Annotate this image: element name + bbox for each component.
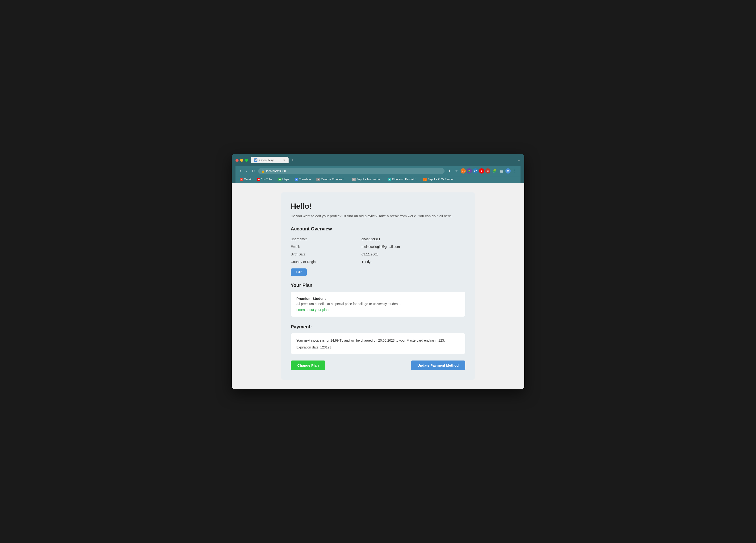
extension-purple-icon[interactable]: 🧩: [467, 168, 472, 173]
sepolia-tx-icon: ◎: [352, 178, 356, 181]
account-row-username: Username: ghost0x9311: [291, 235, 465, 243]
tab-favicon: 👻: [254, 158, 257, 162]
profile-icon[interactable]: M: [505, 168, 511, 173]
close-button[interactable]: [235, 159, 239, 162]
remix-icon: ●: [316, 178, 320, 181]
active-tab[interactable]: 👻 Ghost Pay ×: [251, 157, 289, 163]
main-card: Hello! Do you want to edit your profile?…: [281, 192, 475, 380]
bookmark-translate-label: Translate: [299, 178, 311, 181]
edit-button[interactable]: Edit: [291, 268, 307, 276]
new-tab-button[interactable]: +: [290, 157, 296, 164]
username-value: ghost0x9311: [361, 237, 380, 241]
gmail-icon: M: [240, 178, 243, 181]
translate-icon: T: [295, 178, 298, 181]
account-row-birthdate: Birth Date: 03.11.2001: [291, 250, 465, 258]
back-button[interactable]: ‹: [238, 168, 242, 174]
birthdate-label: Birth Date:: [291, 252, 361, 256]
bookmark-star-icon[interactable]: ☆: [454, 168, 460, 174]
extension-c-icon[interactable]: C: [485, 168, 490, 173]
plan-section: Your Plan Premium Student All premium be…: [291, 283, 465, 317]
maps-icon: ◈: [278, 178, 281, 181]
tab-close-button[interactable]: ×: [283, 158, 285, 162]
bookmark-sepolia-pow-label: Sepolia PoW Faucet: [428, 178, 453, 181]
minimize-button[interactable]: [240, 159, 243, 162]
browser-window: 👻 Ghost Pay × + ⌄ ‹ › ↻ 🔒 localhost:3000…: [232, 154, 524, 389]
update-payment-button[interactable]: Update Payment Method: [411, 361, 465, 370]
account-section-title: Account Overview: [291, 226, 465, 231]
bookmark-remix-label: Remix – Ethereum...: [321, 178, 346, 181]
bookmarks-bar: M Gmail ▶ YouTube ◈ Maps T Translate ● R…: [235, 176, 521, 183]
plan-name: Premium Student: [296, 297, 460, 301]
account-overview-section: Account Overview Username: ghost0x9311 E…: [291, 226, 465, 276]
forward-button[interactable]: ›: [244, 168, 248, 174]
bookmark-gmail-label: Gmail: [244, 178, 251, 181]
refresh-button[interactable]: ↻: [250, 168, 256, 174]
payment-section: Payment: Your next invoice is for 14.99 …: [291, 324, 465, 354]
payment-invoice-text: Your next invoice is for 14.99 TL and wi…: [296, 338, 460, 343]
bookmark-sepolia-tx-label: Sepolia Transactio...: [357, 178, 382, 181]
title-bar-top: 👻 Ghost Pay × + ⌄: [235, 157, 521, 166]
account-row-email: Email: melkecelioglu@gmail.com: [291, 243, 465, 250]
bookmark-youtube[interactable]: ▶ YouTube: [256, 177, 274, 181]
greeting-subtitle: Do you want to edit your profile? Or fin…: [291, 213, 465, 219]
plan-card: Premium Student All premium benefits at …: [291, 292, 465, 317]
country-label: Country or Region:: [291, 260, 361, 264]
email-value: melkecelioglu@gmail.com: [361, 245, 400, 248]
bookmark-youtube-label: YouTube: [261, 178, 272, 181]
more-options-icon[interactable]: ⋮: [512, 168, 518, 174]
payment-expiration-text: Expiration date: 123123: [296, 346, 460, 349]
tab-bar: 👻 Ghost Pay × + ⌄: [251, 157, 521, 164]
bookmark-translate[interactable]: T Translate: [294, 177, 312, 181]
tab-menu-button[interactable]: ⌄: [518, 158, 521, 162]
bookmark-remix[interactable]: ● Remix – Ethereum...: [315, 177, 348, 181]
youtube-icon: ▶: [257, 178, 260, 181]
bookmark-eth-faucet[interactable]: ◈ Ethereum Faucet f...: [386, 177, 419, 181]
nav-icons: ⬆ ☆ 🦊 🧩 27 ▶ C 🧩 ▤ M ⋮: [446, 168, 518, 174]
change-plan-button[interactable]: Change Plan: [291, 361, 325, 370]
bookmark-eth-faucet-label: Ethereum Faucet f...: [392, 178, 418, 181]
nav-bar: ‹ › ↻ 🔒 localhost:3000 ⬆ ☆ 🦊 🧩 27 ▶ C 🧩 …: [235, 166, 521, 176]
payment-card: Your next invoice is for 14.99 TL and wi…: [291, 333, 465, 354]
extensions-puzzle-icon[interactable]: 🧩: [491, 168, 497, 174]
address-bar[interactable]: 🔒 localhost:3000: [258, 168, 445, 174]
plan-section-title: Your Plan: [291, 283, 465, 288]
account-row-country: Country or Region: Türkiye: [291, 258, 465, 265]
window-controls: [235, 159, 248, 162]
address-text: localhost:3000: [266, 169, 286, 173]
extension-27-icon[interactable]: 27: [473, 168, 478, 173]
email-label: Email:: [291, 245, 361, 248]
address-lock-icon: 🔒: [261, 169, 265, 173]
page-content: Hello! Do you want to edit your profile?…: [232, 183, 524, 389]
plan-description: All premium benefits at a special price …: [296, 302, 460, 306]
extension-red-icon[interactable]: ▶: [479, 168, 484, 173]
bookmark-maps-label: Maps: [282, 178, 289, 181]
payment-section-title: Payment:: [291, 324, 465, 330]
sepolia-pow-icon: 🔥: [423, 178, 427, 181]
bookmark-sepolia-pow[interactable]: 🔥 Sepolia PoW Faucet: [422, 177, 455, 181]
username-label: Username:: [291, 237, 361, 241]
eth-faucet-icon: ◈: [388, 178, 391, 181]
country-value: Türkiye: [361, 260, 372, 264]
extension-fox-icon[interactable]: 🦊: [461, 168, 466, 173]
bookmark-sepolia-tx[interactable]: ◎ Sepolia Transactio...: [351, 177, 384, 181]
actions-row: Change Plan Update Payment Method: [291, 361, 465, 370]
maximize-button[interactable]: [245, 159, 248, 162]
sidebar-icon[interactable]: ▤: [498, 168, 504, 174]
plan-link[interactable]: Learn about your plan: [296, 308, 328, 312]
bookmark-gmail[interactable]: M Gmail: [238, 177, 253, 181]
birthdate-value: 03.11.2001: [361, 252, 378, 256]
tab-title: Ghost Pay: [259, 158, 274, 162]
greeting-title: Hello!: [291, 202, 465, 210]
title-bar: 👻 Ghost Pay × + ⌄ ‹ › ↻ 🔒 localhost:3000…: [232, 154, 524, 183]
bookmark-maps[interactable]: ◈ Maps: [277, 177, 291, 181]
share-icon[interactable]: ⬆: [446, 168, 453, 174]
